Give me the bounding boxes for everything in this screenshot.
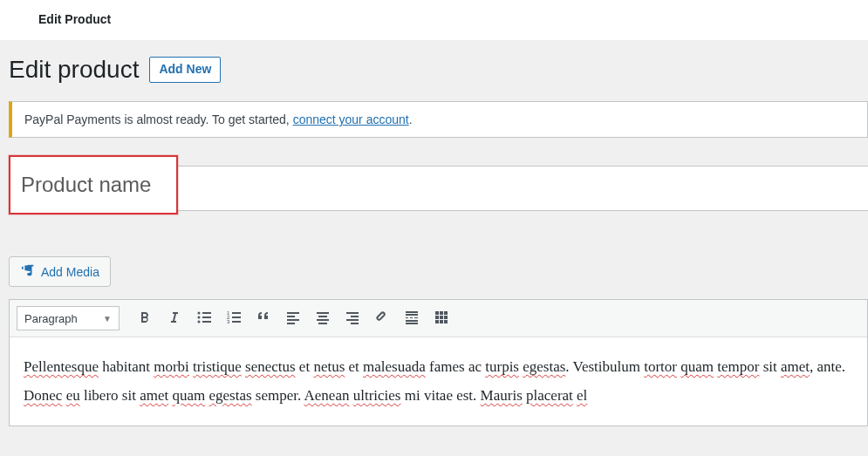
product-name-input[interactable] [10, 157, 176, 213]
svg-point-2 [198, 320, 201, 323]
svg-rect-35 [440, 316, 443, 319]
svg-rect-37 [435, 320, 439, 323]
svg-point-1 [198, 316, 201, 318]
content-segment: . Vestibulum [565, 358, 644, 375]
camera-music-icon [20, 262, 36, 281]
content-segment: malesuada [363, 358, 426, 375]
svg-rect-23 [351, 323, 359, 324]
svg-rect-36 [444, 316, 448, 319]
align-center-icon [314, 309, 331, 329]
add-media-button[interactable]: Add Media [9, 256, 111, 287]
svg-rect-31 [435, 311, 439, 315]
bullet-list-icon [195, 309, 213, 329]
content-segment: semper. [252, 387, 304, 404]
svg-rect-26 [406, 317, 408, 318]
paypal-notice: PayPal Payments is almost ready. To get … [9, 101, 868, 138]
content-segment: senectus [245, 358, 296, 375]
align-left-button[interactable] [280, 305, 306, 331]
svg-rect-24 [406, 311, 418, 313]
content-segment: et [345, 358, 363, 375]
content-segment: el [577, 387, 587, 404]
svg-rect-25 [406, 314, 418, 316]
bold-button[interactable] [132, 305, 158, 331]
content-segment: et [296, 358, 314, 375]
content-segment: egestas [523, 358, 565, 375]
svg-rect-33 [444, 311, 448, 315]
title-highlight-box [9, 155, 178, 214]
bold-icon [136, 309, 154, 329]
add-new-button[interactable]: Add New [149, 57, 221, 83]
content-segment: quam [172, 387, 205, 404]
svg-rect-9 [232, 312, 241, 314]
svg-rect-32 [440, 311, 443, 315]
content-segment: libero sit [80, 387, 140, 404]
align-right-button[interactable] [339, 305, 366, 331]
link-icon [373, 309, 391, 329]
align-center-button[interactable] [310, 305, 336, 331]
content-segment: habitant [99, 358, 154, 375]
content-segment: sit [759, 358, 781, 375]
top-bar-title: Edit Product [38, 12, 111, 26]
content-segment: amet [781, 358, 810, 375]
blockquote-button[interactable] [250, 305, 277, 331]
svg-rect-15 [287, 323, 295, 324]
editor-toolbar: Paragraph ▼ 123 [10, 300, 867, 337]
svg-rect-20 [346, 312, 359, 314]
content-segment: tortor [644, 358, 677, 375]
content-segment: placerat [526, 387, 573, 404]
content-segment: amet [140, 387, 168, 404]
blockquote-icon [255, 309, 272, 329]
read-more-button[interactable] [399, 305, 425, 331]
svg-rect-18 [317, 319, 329, 321]
numbered-list-icon: 123 [225, 309, 243, 329]
editor-content[interactable]: Pellentesque habitant morbi tristique se… [10, 337, 867, 425]
svg-rect-5 [202, 321, 211, 323]
page-title: Edit product [9, 54, 139, 85]
svg-rect-29 [406, 320, 418, 322]
svg-rect-39 [444, 320, 448, 323]
svg-rect-28 [414, 317, 418, 318]
content-segment: mi vitae est. [400, 387, 480, 404]
link-button[interactable] [369, 305, 395, 331]
svg-rect-21 [351, 316, 359, 317]
add-media-label: Add Media [41, 265, 99, 279]
svg-rect-34 [435, 316, 439, 319]
italic-icon [166, 309, 183, 329]
content-segment: quam [680, 358, 714, 375]
toolbar-toggle-icon [433, 309, 450, 329]
align-right-icon [344, 309, 361, 329]
content-segment: Aenean [304, 387, 350, 404]
content-segment: turpis [485, 358, 519, 375]
content-segment: tempor [717, 358, 759, 375]
svg-rect-13 [287, 316, 295, 317]
content-segment: fames ac [426, 358, 485, 375]
notice-text-suffix: . [409, 112, 413, 126]
content-segment: ultricies [353, 387, 401, 404]
content-segment: tristique [193, 358, 242, 375]
svg-rect-11 [232, 321, 241, 323]
content-segment: Pellentesque [24, 358, 99, 375]
svg-point-0 [198, 311, 201, 314]
content-segment: morbi [154, 358, 189, 375]
svg-rect-19 [318, 323, 327, 324]
svg-rect-3 [202, 312, 211, 314]
notice-text-prefix: PayPal Payments is almost ready. To get … [24, 112, 293, 126]
connect-account-link[interactable]: connect your account [293, 112, 409, 126]
svg-rect-16 [317, 312, 329, 314]
svg-rect-14 [287, 319, 299, 321]
align-left-icon [284, 309, 302, 329]
bullet-list-button[interactable] [191, 305, 217, 331]
numbered-list-button[interactable]: 123 [221, 305, 247, 331]
content-segment: netus [313, 358, 345, 375]
chevron-down-icon: ▼ [103, 314, 112, 323]
svg-rect-30 [406, 323, 418, 324]
svg-rect-4 [202, 316, 211, 318]
content-segment: egestas [208, 387, 251, 404]
svg-rect-10 [232, 316, 241, 318]
top-bar: Edit Product [0, 0, 868, 40]
content-segment: , ante. [810, 358, 845, 375]
svg-rect-12 [287, 312, 299, 314]
italic-button[interactable] [161, 305, 188, 331]
format-select[interactable]: Paragraph ▼ [17, 306, 120, 330]
toolbar-toggle-button[interactable] [428, 305, 455, 331]
